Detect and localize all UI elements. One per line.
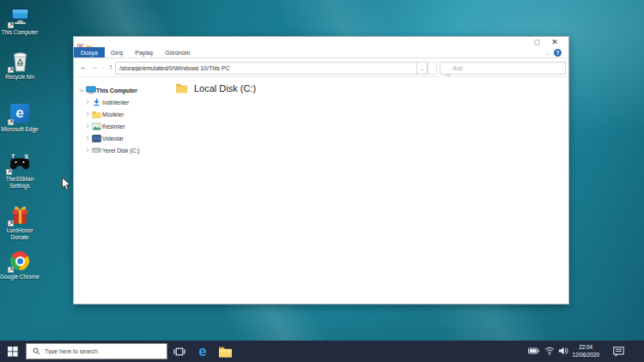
battery-icon[interactable] bbox=[528, 347, 539, 354]
folder-icon bbox=[175, 82, 188, 94]
chevron-expanded-icon[interactable] bbox=[78, 87, 85, 94]
tab-paylas[interactable]: Paylaş bbox=[129, 47, 159, 57]
refresh-button[interactable] bbox=[428, 62, 437, 75]
title-bar: ⌄ ✕ bbox=[74, 37, 568, 47]
gamepad-icon: TS bbox=[7, 152, 33, 174]
expand-ribbon-chevron-icon[interactable]: ⌄ bbox=[545, 50, 550, 56]
ribbon-tab-bar: Dosya Giriş Paylaş Görünüm ⌄ ? bbox=[74, 47, 568, 58]
clock-date: 12/06/2020 bbox=[572, 352, 599, 359]
desktop-icon-label: Recycle bin bbox=[0, 74, 39, 81]
taskbar: e 22:04 12/06/2020 bbox=[0, 341, 644, 362]
chevron-collapsed-icon[interactable] bbox=[84, 124, 91, 130]
chevron-collapsed-icon[interactable] bbox=[84, 100, 91, 106]
address-dropdown-chevron-icon[interactable]: ⌄ bbox=[417, 62, 428, 75]
desktop-icon-recycle-bin[interactable]: Recycle bin bbox=[0, 50, 39, 81]
recycle-bin-icon bbox=[9, 50, 31, 72]
desktop-icon-thessman-settings[interactable]: TS TheSSMan Settings bbox=[0, 152, 39, 189]
taskbar-search-input[interactable] bbox=[45, 348, 148, 354]
desktop-icon-this-computer[interactable]: This Computer bbox=[0, 5, 39, 36]
computer-icon bbox=[85, 86, 96, 94]
svg-text:S: S bbox=[25, 154, 29, 160]
maximize-button[interactable] bbox=[531, 37, 543, 47]
navigation-bar: ← → ⌄ ↑ ⌄ bbox=[74, 58, 568, 77]
back-button[interactable]: ← bbox=[78, 61, 88, 73]
forward-button[interactable]: → bbox=[89, 61, 100, 73]
desktop-icon-label: This Computer bbox=[0, 29, 39, 36]
tree-label: İndirilenler bbox=[102, 100, 129, 106]
disk-drive-icon bbox=[91, 147, 102, 154]
shortcut-arrow-icon bbox=[8, 267, 14, 273]
tab-gorunum[interactable]: Görünüm bbox=[159, 47, 196, 57]
taskbar-file-explorer-icon[interactable] bbox=[216, 345, 234, 358]
shortcut-arrow-icon bbox=[8, 67, 14, 73]
desktop-icon-label: Google Chrome bbox=[0, 274, 39, 281]
tree-label: Resimler bbox=[102, 124, 125, 130]
tree-label: Videolar bbox=[102, 136, 124, 142]
desktop-icon-label: Microsoft Edge bbox=[0, 126, 39, 133]
shortcut-arrow-icon bbox=[8, 22, 14, 28]
desktop-icon-label: TheSSMan Settings bbox=[0, 176, 39, 189]
tree-label: Yerel Disk (C:) bbox=[102, 148, 140, 154]
tree-label: This Computer bbox=[96, 87, 137, 94]
this-computer-icon bbox=[9, 5, 31, 27]
address-bar-input[interactable] bbox=[115, 62, 417, 75]
speaker-icon[interactable] bbox=[558, 347, 568, 355]
chevron-collapsed-icon[interactable] bbox=[84, 148, 91, 154]
desktop-icon-label: LordHonor Donate bbox=[0, 227, 39, 240]
help-button[interactable]: ? bbox=[554, 49, 562, 57]
tree-item-pictures[interactable]: Resimler bbox=[84, 121, 125, 131]
download-icon bbox=[91, 98, 102, 106]
desktop-icon-lordhonor-donate[interactable]: LordHonor Donate bbox=[0, 203, 39, 240]
taskbar-clock[interactable]: 22:04 12/06/2020 bbox=[572, 344, 599, 359]
start-button[interactable] bbox=[7, 346, 19, 357]
tree-item-local-disk[interactable]: Yerel Disk (C:) bbox=[84, 145, 140, 155]
chrome-icon bbox=[9, 250, 31, 272]
chevron-collapsed-icon[interactable] bbox=[84, 136, 91, 142]
file-item-label: Local Disk (C:) bbox=[194, 83, 256, 94]
edge-icon: e bbox=[9, 102, 31, 124]
mouse-cursor bbox=[61, 177, 71, 195]
tab-giris[interactable]: Giriş bbox=[105, 47, 129, 57]
chevron-collapsed-icon[interactable] bbox=[84, 112, 91, 118]
pictures-icon bbox=[91, 123, 102, 130]
file-explorer-window: ⌄ ✕ Dosya Giriş Paylaş Görünüm ⌄ ? ← → ⌄… bbox=[73, 36, 569, 305]
shortcut-arrow-icon bbox=[6, 169, 12, 175]
tree-item-downloads[interactable]: İndirilenler bbox=[84, 97, 129, 107]
tree-item-videos[interactable]: Videolar bbox=[84, 133, 124, 143]
action-center-icon[interactable] bbox=[613, 347, 624, 357]
shortcut-arrow-icon bbox=[8, 119, 14, 125]
explorer-search-input[interactable] bbox=[440, 62, 566, 75]
shortcut-arrow-icon bbox=[8, 220, 14, 226]
desktop-wallpaper: This Computer Recycle bin e Microsoft Ed… bbox=[0, 0, 644, 362]
desktop-icon-google-chrome[interactable]: Google Chrome bbox=[0, 250, 39, 281]
taskbar-edge-icon[interactable]: e bbox=[194, 343, 211, 359]
tab-dosya[interactable]: Dosya bbox=[74, 47, 105, 57]
tree-item-this-computer[interactable]: This Computer bbox=[78, 85, 137, 95]
desktop-icon-microsoft-edge[interactable]: e Microsoft Edge bbox=[0, 102, 39, 133]
svg-text:T: T bbox=[11, 154, 15, 160]
tree-item-music[interactable]: Müzikler bbox=[84, 109, 124, 119]
gift-icon bbox=[9, 203, 31, 226]
tree-label: Müzikler bbox=[102, 112, 124, 118]
music-folder-icon bbox=[91, 111, 102, 118]
close-button[interactable]: ✕ bbox=[548, 37, 562, 47]
file-item-local-disk[interactable]: Local Disk (C:) bbox=[175, 82, 256, 94]
task-view-button[interactable] bbox=[173, 345, 186, 358]
search-magnifier-icon bbox=[33, 347, 40, 355]
taskbar-search-box[interactable] bbox=[26, 343, 167, 359]
clock-time: 22:04 bbox=[572, 344, 599, 352]
wifi-icon[interactable] bbox=[544, 347, 555, 355]
videos-icon bbox=[91, 135, 102, 142]
